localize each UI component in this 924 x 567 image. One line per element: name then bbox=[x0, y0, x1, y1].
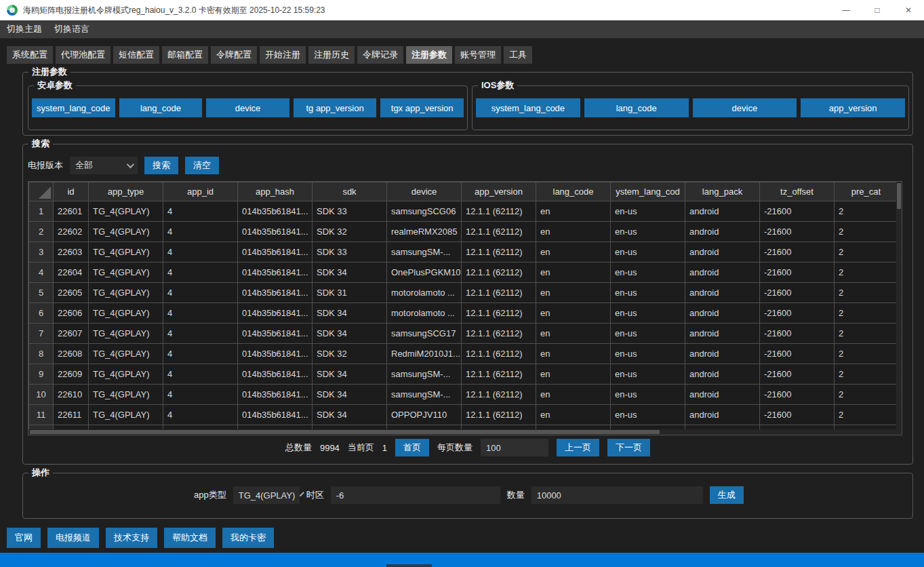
table-cell[interactable]: 22608 bbox=[54, 344, 89, 364]
table-cell[interactable]: android bbox=[685, 364, 760, 385]
table-cell[interactable]: 22606 bbox=[54, 303, 89, 324]
menu-item[interactable]: 切换语言 bbox=[54, 23, 89, 35]
row-number[interactable]: 2 bbox=[29, 222, 54, 242]
table-cell[interactable]: en bbox=[536, 364, 611, 385]
table-cell[interactable]: -21600 bbox=[760, 283, 835, 303]
table-cell[interactable]: 014b35b61841... bbox=[238, 201, 313, 222]
table-cell[interactable]: en-us bbox=[611, 242, 685, 262]
table-cell[interactable]: android bbox=[685, 324, 760, 344]
row-number[interactable]: 7 bbox=[29, 324, 54, 344]
table-cell[interactable]: 12.1.1 (62112) bbox=[462, 364, 536, 385]
count-input[interactable] bbox=[531, 486, 703, 504]
column-header[interactable]: app_hash bbox=[238, 182, 313, 201]
table-cell[interactable]: en-us bbox=[611, 324, 685, 344]
table-cell[interactable]: TG_4(GPLAY) bbox=[89, 364, 163, 385]
table-cell[interactable]: en bbox=[536, 201, 611, 222]
table-cell[interactable]: TG_4(GPLAY) bbox=[89, 385, 163, 405]
table-cell[interactable]: TG_4(GPLAY) bbox=[89, 344, 163, 364]
tab-item[interactable]: 短信配置 bbox=[113, 46, 159, 64]
telegram-version-select[interactable]: 全部 bbox=[70, 157, 138, 174]
table-cell[interactable]: 4 bbox=[163, 303, 238, 324]
tab-item[interactable]: 代理池配置 bbox=[56, 46, 111, 64]
table-cell[interactable]: android bbox=[685, 262, 760, 283]
tab-item[interactable]: 令牌配置 bbox=[211, 46, 257, 64]
table-cell[interactable]: TG_4(GPLAY) bbox=[89, 222, 163, 242]
table-cell[interactable]: 014b35b61841... bbox=[238, 262, 313, 283]
ios-param-button[interactable]: lang_code bbox=[584, 98, 689, 117]
table-cell[interactable]: android bbox=[685, 344, 760, 364]
table-cell[interactable]: 014b35b61841... bbox=[238, 364, 313, 385]
ios-param-button[interactable]: system_lang_code bbox=[476, 98, 580, 117]
table-cell[interactable]: SDK 32 bbox=[313, 222, 387, 242]
table-cell[interactable]: en bbox=[536, 303, 611, 324]
table-cell[interactable]: 2 bbox=[835, 324, 898, 344]
table-cell[interactable]: TG_4(GPLAY) bbox=[89, 405, 163, 425]
table-cell[interactable]: en bbox=[536, 405, 611, 425]
table-cell[interactable]: 4 bbox=[163, 364, 238, 385]
column-header[interactable]: lang_code bbox=[536, 182, 611, 201]
table-horizontal-scrollbar[interactable] bbox=[28, 429, 902, 435]
table-cell[interactable]: SDK 33 bbox=[313, 242, 387, 262]
table-cell[interactable]: 014b35b61841... bbox=[238, 303, 313, 324]
table-cell[interactable]: 12.1.1 (62112) bbox=[462, 262, 536, 283]
tab-item[interactable]: 注册参数 bbox=[406, 46, 452, 64]
menu-item[interactable]: 切换主题 bbox=[7, 23, 42, 35]
table-cell[interactable]: en bbox=[536, 222, 611, 242]
table-cell[interactable]: -21600 bbox=[760, 242, 835, 262]
table-cell[interactable]: en bbox=[536, 385, 611, 405]
table-cell[interactable]: android bbox=[685, 405, 760, 425]
table-cell[interactable]: 2 bbox=[835, 242, 898, 262]
table-cell[interactable]: en-us bbox=[611, 385, 685, 405]
table-cell[interactable]: SDK 33 bbox=[313, 201, 387, 222]
table-cell[interactable]: motorolamoto ... bbox=[387, 303, 462, 324]
table-cell[interactable]: 2 bbox=[835, 385, 898, 405]
table-cell[interactable]: 4 bbox=[163, 262, 238, 283]
table-cell[interactable]: 4 bbox=[163, 405, 238, 425]
table-cell[interactable]: 4 bbox=[163, 242, 238, 262]
row-number[interactable]: 1 bbox=[29, 201, 54, 222]
table-cell[interactable]: 22610 bbox=[54, 385, 89, 405]
android-param-button[interactable]: tgx app_version bbox=[380, 98, 464, 117]
table-cell[interactable]: OnePlusPGKM10 bbox=[387, 262, 462, 283]
table-cell[interactable]: SDK 34 bbox=[313, 405, 387, 425]
table-cell[interactable]: SDK 31 bbox=[313, 283, 387, 303]
column-header[interactable]: lang_pack bbox=[685, 182, 760, 201]
table-cell[interactable]: SDK 34 bbox=[313, 303, 387, 324]
table-cell[interactable]: 22601 bbox=[54, 201, 89, 222]
horizontal-scroll-thumb[interactable] bbox=[30, 430, 660, 434]
table-cell[interactable]: 2 bbox=[835, 344, 898, 364]
row-number[interactable]: 5 bbox=[29, 283, 54, 303]
table-cell[interactable]: 2 bbox=[835, 283, 898, 303]
table-cell[interactable]: 014b35b61841... bbox=[238, 405, 313, 425]
tab-item[interactable]: 邮箱配置 bbox=[162, 46, 208, 64]
table-cell[interactable]: en bbox=[536, 283, 611, 303]
ios-param-button[interactable]: device bbox=[693, 98, 797, 117]
column-header[interactable]: sdk bbox=[313, 182, 387, 201]
table-cell[interactable]: -21600 bbox=[760, 222, 835, 242]
table-cell[interactable]: TG_4(GPLAY) bbox=[89, 262, 163, 283]
table-cell[interactable]: en-us bbox=[611, 262, 685, 283]
table-cell[interactable]: android bbox=[685, 303, 760, 324]
tab-item[interactable]: 系统配置 bbox=[7, 46, 53, 64]
table-cell[interactable]: samsungSM-... bbox=[387, 242, 462, 262]
first-page-button[interactable]: 首页 bbox=[395, 439, 429, 456]
table-cell[interactable]: en-us bbox=[611, 201, 685, 222]
table-cell[interactable]: 014b35b61841... bbox=[238, 222, 313, 242]
table-cell[interactable]: en bbox=[536, 344, 611, 364]
next-page-button[interactable]: 下一页 bbox=[607, 439, 650, 456]
table-cell[interactable]: -21600 bbox=[760, 303, 835, 324]
table-cell[interactable]: 12.1.1 (62112) bbox=[462, 222, 536, 242]
table-cell[interactable]: 12.1.1 (62112) bbox=[462, 344, 536, 364]
row-number[interactable]: 4 bbox=[29, 262, 54, 283]
table-cell[interactable]: TG_4(GPLAY) bbox=[89, 201, 163, 222]
tab-item[interactable]: 账号管理 bbox=[455, 46, 501, 64]
android-param-button[interactable]: lang_code bbox=[119, 98, 203, 117]
table-cell[interactable]: 4 bbox=[163, 385, 238, 405]
table-cell[interactable]: realmeRMX2085 bbox=[387, 222, 462, 242]
table-cell[interactable]: TG_4(GPLAY) bbox=[89, 242, 163, 262]
table-cell[interactable]: 014b35b61841... bbox=[238, 344, 313, 364]
generate-button[interactable]: 生成 bbox=[710, 486, 744, 504]
table-cell[interactable]: samsungSM-... bbox=[387, 364, 462, 385]
column-header[interactable]: id bbox=[54, 182, 89, 201]
row-number[interactable]: 11 bbox=[29, 405, 54, 425]
